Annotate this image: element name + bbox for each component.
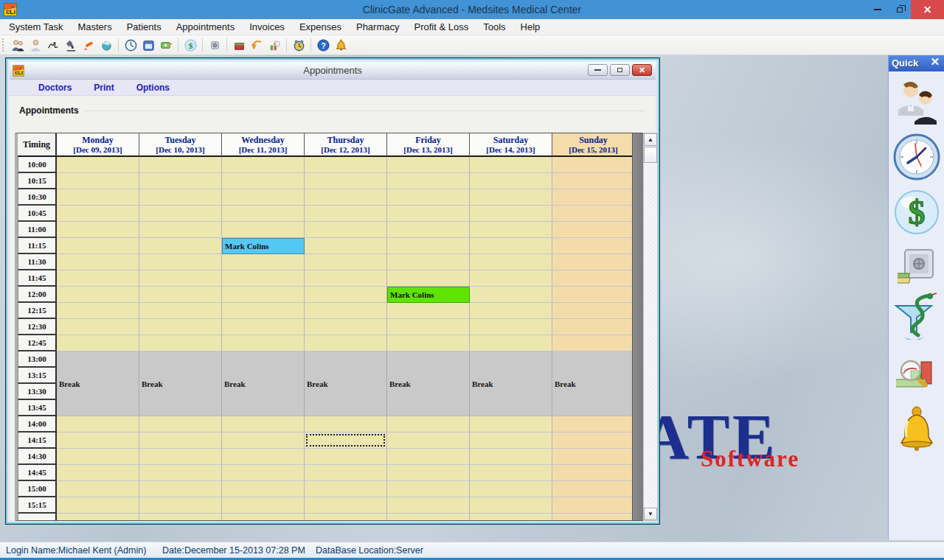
grid-cell-saturday-14-00[interactable] xyxy=(470,416,552,433)
grid-cell-tuesday-10-15[interactable] xyxy=(139,173,222,189)
grid-cell-monday-11-15[interactable] xyxy=(57,238,139,254)
purchases-box-icon[interactable] xyxy=(230,37,248,53)
appointments-menu-print[interactable]: Print xyxy=(83,83,125,93)
grid-cell-sunday-12-45[interactable] xyxy=(552,335,633,351)
grid-cell-wednesday-15-15[interactable] xyxy=(222,497,305,514)
restore-button[interactable] xyxy=(889,0,911,19)
grid-cell-thursday-11-00[interactable] xyxy=(305,222,387,238)
grid-cell-thursday-12-00[interactable] xyxy=(305,287,387,303)
appointments-restore-button[interactable] xyxy=(610,64,630,76)
grid-cell-monday-10-30[interactable] xyxy=(57,189,139,206)
grid-cell-monday-12-30[interactable] xyxy=(57,319,139,335)
grid-cell-saturday-15-15[interactable] xyxy=(470,497,552,514)
grid-cell-monday-10-45[interactable] xyxy=(57,206,139,222)
reminder-bell-icon[interactable] xyxy=(896,406,937,453)
grid-cell-wednesday-11-00[interactable] xyxy=(222,222,305,238)
grid-cell-saturday-14-30[interactable] xyxy=(470,449,552,465)
grid-cell-saturday-15-00[interactable] xyxy=(470,481,552,497)
grid-cell-wednesday-10-30[interactable] xyxy=(222,189,305,206)
patients-people-icon[interactable] xyxy=(895,79,938,125)
grid-cell-monday-15-30[interactable] xyxy=(57,514,139,521)
grid-cell-tuesday-14-45[interactable] xyxy=(139,465,222,481)
menu-item-appointments[interactable]: Appointments xyxy=(169,19,243,35)
grid-cell-friday-14-30[interactable] xyxy=(387,449,470,465)
grid-cell-sunday-14-00[interactable] xyxy=(552,416,633,433)
grid-cell-monday-12-00[interactable] xyxy=(57,287,139,303)
break-cell-saturday[interactable]: Break xyxy=(470,351,552,416)
grid-cell-monday-12-15[interactable] xyxy=(57,303,139,319)
grid-cell-sunday-10-00[interactable] xyxy=(552,157,633,173)
menu-item-system-task[interactable]: System Task xyxy=(1,19,70,35)
patient-icon[interactable] xyxy=(27,37,44,53)
grid-cell-tuesday-10-30[interactable] xyxy=(139,189,222,206)
grid-cell-thursday-15-15[interactable] xyxy=(305,497,387,514)
appointments-clock-icon[interactable] xyxy=(893,133,940,181)
pharmacy-symbol-icon[interactable] xyxy=(893,293,940,344)
grid-cell-thursday-11-15[interactable] xyxy=(305,238,387,254)
grid-cell-saturday-10-30[interactable] xyxy=(470,189,552,206)
grid-cell-saturday-11-00[interactable] xyxy=(470,222,552,238)
grid-cell-sunday-11-15[interactable] xyxy=(552,238,633,254)
grid-cell-sunday-10-30[interactable] xyxy=(552,189,633,206)
expenses-safe-icon[interactable] xyxy=(898,247,936,285)
grid-cell-thursday-10-15[interactable] xyxy=(305,173,387,189)
grid-cell-tuesday-12-30[interactable] xyxy=(139,319,222,335)
grid-cell-wednesday-14-15[interactable] xyxy=(222,433,305,449)
grid-cell-monday-14-30[interactable] xyxy=(57,449,139,465)
grid-cell-monday-10-00[interactable] xyxy=(57,157,139,173)
grid-cell-monday-10-15[interactable] xyxy=(57,173,139,189)
menu-item-patients[interactable]: Patients xyxy=(119,19,169,35)
grid-cell-friday-11-30[interactable] xyxy=(387,254,470,270)
grid-cell-wednesday-10-00[interactable] xyxy=(222,157,305,173)
grid-cell-friday-15-30[interactable] xyxy=(387,514,470,521)
alerts-bell-icon[interactable] xyxy=(332,37,350,53)
grid-cell-saturday-11-45[interactable] xyxy=(470,270,552,287)
grid-cell-tuesday-10-45[interactable] xyxy=(139,206,222,222)
grid-cell-thursday-11-30[interactable] xyxy=(305,254,387,270)
grid-cell-saturday-11-30[interactable] xyxy=(470,254,552,270)
grid-cell-thursday-15-30[interactable] xyxy=(305,514,387,521)
grid-cell-saturday-12-00[interactable] xyxy=(470,287,552,303)
grid-cell-saturday-10-00[interactable] xyxy=(470,157,552,173)
grid-cell-wednesday-15-00[interactable] xyxy=(222,481,305,497)
grid-cell-sunday-10-45[interactable] xyxy=(552,206,633,222)
grid-cell-wednesday-12-45[interactable] xyxy=(222,335,305,351)
grid-cell-sunday-14-15[interactable] xyxy=(552,433,633,449)
stock-item-icon[interactable] xyxy=(206,37,223,53)
grid-cell-friday-10-30[interactable] xyxy=(387,189,470,206)
grid-cell-friday-11-45[interactable] xyxy=(387,270,470,287)
grid-cell-sunday-14-45[interactable] xyxy=(552,465,633,481)
grid-cell-tuesday-12-15[interactable] xyxy=(139,303,222,319)
menu-item-profit-loss[interactable]: Profit & Loss xyxy=(407,19,476,35)
grid-cell-friday-15-00[interactable] xyxy=(387,481,470,497)
grid-cell-tuesday-15-00[interactable] xyxy=(139,481,222,497)
grid-cell-thursday-11-45[interactable] xyxy=(305,270,387,287)
grid-cell-tuesday-14-15[interactable] xyxy=(139,433,222,449)
grid-cell-thursday-10-00[interactable] xyxy=(305,157,387,173)
grid-cell-wednesday-11-30[interactable] xyxy=(222,254,305,270)
lab-microscope-icon[interactable] xyxy=(62,37,80,53)
menu-item-invoices[interactable]: Invoices xyxy=(242,19,292,35)
grid-cell-friday-12-30[interactable] xyxy=(387,319,470,335)
grid-cell-wednesday-12-15[interactable] xyxy=(222,303,305,319)
grid-cell-sunday-11-00[interactable] xyxy=(552,222,633,238)
grid-cell-thursday-14-30[interactable] xyxy=(305,449,387,465)
grid-cell-thursday-14-45[interactable] xyxy=(305,465,387,481)
help-icon[interactable]: ? xyxy=(314,37,332,53)
grid-cell-wednesday-11-45[interactable] xyxy=(222,270,305,287)
grid-cell-friday-15-15[interactable] xyxy=(387,497,470,514)
grid-cell-wednesday-15-30[interactable] xyxy=(222,514,305,521)
close-button[interactable]: ✕ xyxy=(911,0,944,19)
reminders-alarm-icon[interactable] xyxy=(290,37,308,53)
grid-cell-tuesday-11-00[interactable] xyxy=(139,222,222,238)
grid-cell-tuesday-11-15[interactable] xyxy=(139,238,222,254)
break-cell-friday[interactable]: Break xyxy=(387,351,470,416)
grid-cell-monday-14-15[interactable] xyxy=(57,433,139,449)
grid-cell-saturday-12-30[interactable] xyxy=(470,319,552,335)
grid-cell-saturday-14-15[interactable] xyxy=(470,433,552,449)
grid-cell-thursday-12-15[interactable] xyxy=(305,303,387,319)
grid-cell-wednesday-14-45[interactable] xyxy=(222,465,305,481)
grid-cell-tuesday-11-30[interactable] xyxy=(139,254,222,270)
grid-cell-monday-15-15[interactable] xyxy=(57,497,139,514)
prescription-pen-icon[interactable] xyxy=(80,37,97,53)
